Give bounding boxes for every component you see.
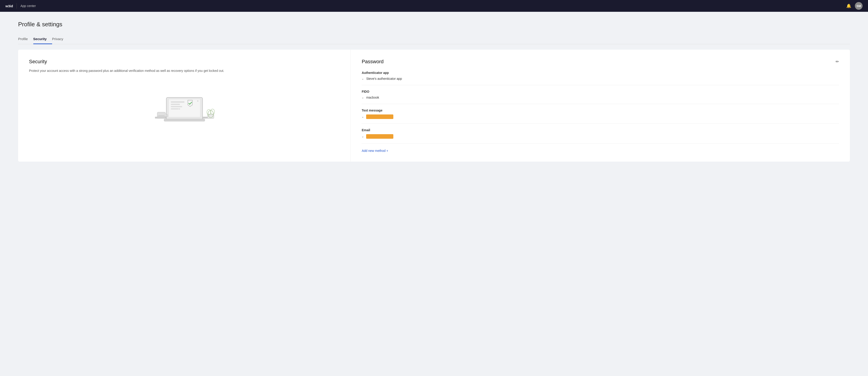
password-header: Password ✏ — [362, 59, 839, 65]
email-bar — [366, 134, 393, 139]
svg-rect-4 — [171, 104, 180, 105]
security-right-panel: Password ✏ Authenticator app ⌄ Steve's a… — [351, 50, 850, 162]
security-left-panel: Security Protect your account access wit… — [18, 50, 351, 162]
page-title: Profile & settings — [18, 21, 850, 28]
email-section: Email ⌄ — [362, 128, 839, 144]
svg-rect-5 — [171, 106, 182, 107]
authenticator-chevron-icon[interactable]: ⌄ — [362, 77, 364, 80]
add-new-method-button[interactable]: Add new method + — [362, 149, 839, 153]
fido-chevron-icon[interactable]: ⌄ — [362, 96, 364, 99]
svg-rect-3 — [171, 101, 184, 103]
tab-bar: Profile Security Privacy — [18, 34, 850, 44]
svg-rect-13 — [157, 116, 166, 117]
page-content: Profile & settings Profile Security Priv… — [0, 12, 868, 171]
email-label: Email — [362, 128, 839, 132]
text-message-label: Text message — [362, 108, 839, 112]
password-title: Password — [362, 59, 383, 65]
edit-password-icon[interactable]: ✏ — [836, 59, 839, 64]
svg-rect-12 — [157, 117, 166, 119]
svg-point-18 — [211, 109, 215, 115]
security-section-title: Security — [29, 59, 340, 65]
email-chevron-icon[interactable]: ⌄ — [362, 135, 364, 138]
email-row: ⌄ — [362, 134, 839, 139]
text-message-row: ⌄ — [362, 115, 839, 119]
authenticator-section: Authenticator app ⌄ Steve's authenticato… — [362, 71, 839, 85]
fido-row: ⌄ macbook — [362, 96, 839, 99]
brand-logo: w3id — [5, 4, 13, 8]
text-message-bar — [366, 115, 393, 119]
nav-divider — [17, 3, 17, 9]
text-message-chevron-icon[interactable]: ⌄ — [362, 115, 364, 118]
appcenter-label[interactable]: App center — [21, 4, 36, 8]
tab-profile[interactable]: Profile — [18, 34, 33, 44]
security-card: Security Protect your account access wit… — [18, 50, 850, 162]
fido-value: macbook — [366, 96, 379, 99]
authenticator-label: Authenticator app — [362, 71, 839, 74]
authenticator-row: ⌄ Steve's authenticator app — [362, 77, 839, 81]
tab-security[interactable]: Security — [33, 34, 52, 44]
text-message-section: Text message ⌄ — [362, 108, 839, 124]
top-navigation: w3id App center 🔔 SM — [0, 0, 868, 12]
svg-rect-10 — [157, 112, 165, 118]
notification-bell-icon[interactable]: 🔔 — [846, 3, 851, 8]
security-description: Protect your account access with a stron… — [29, 68, 340, 73]
security-illustration: + + — [29, 81, 340, 126]
tab-privacy[interactable]: Privacy — [52, 34, 69, 44]
authenticator-value: Steve's authenticator app — [366, 77, 402, 81]
fido-label: FIDO — [362, 90, 839, 93]
fido-section: FIDO ⌄ macbook — [362, 90, 839, 104]
user-avatar[interactable]: SM — [855, 2, 863, 10]
nav-right: 🔔 SM — [846, 2, 863, 10]
svg-text:+: + — [197, 99, 199, 103]
svg-rect-9 — [164, 119, 205, 121]
svg-text:+: + — [179, 107, 180, 111]
svg-rect-6 — [171, 108, 179, 109]
